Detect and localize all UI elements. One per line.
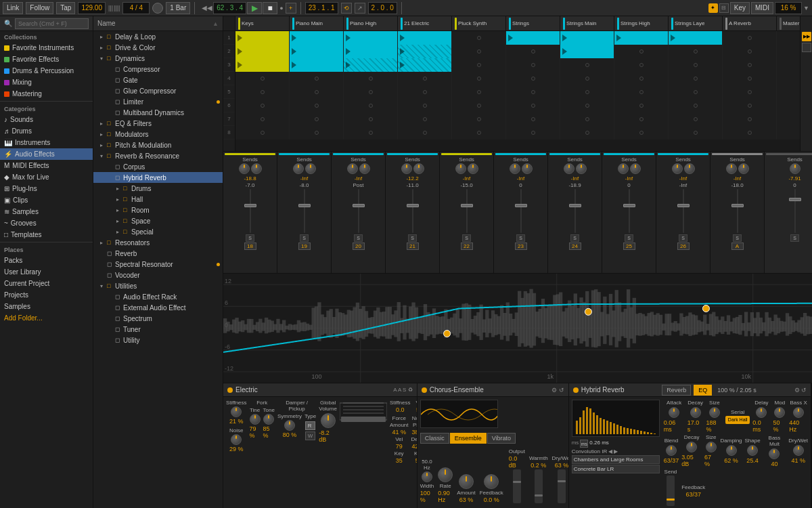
clip-cell[interactable] [777, 112, 800, 126]
clip-cell[interactable] [560, 99, 614, 112]
tree-item-spectral-resonator[interactable]: ◻Spectral Resonator [93, 259, 223, 270]
send-knob2-3[interactable] [413, 163, 424, 174]
sidebar-item-drums-percussion[interactable]: Drums & Percussion [0, 65, 93, 77]
solo-btn-9[interactable]: S [733, 234, 742, 242]
reverb-send-fader[interactable] [667, 475, 675, 506]
clip-cell[interactable] [452, 45, 506, 58]
clip-cell[interactable] [669, 31, 723, 45]
clip-cell[interactable] [614, 72, 669, 85]
clip-cell[interactable] [235, 58, 290, 72]
reverb-damping-knob[interactable] [726, 445, 737, 456]
reverb-size2-knob[interactable] [706, 442, 717, 452]
tree-item-reverb-&-resonance[interactable]: ▾□Reverb & Resonance [93, 150, 223, 161]
clip-cell[interactable] [723, 58, 777, 72]
solo-btn-7[interactable]: S [625, 234, 633, 242]
tree-item-dynamics[interactable]: ▾□Dynamics [93, 53, 223, 64]
tree-item-reverb[interactable]: ◻Reverb [93, 248, 223, 259]
clip-cell[interactable] [290, 112, 344, 126]
clip-cell[interactable] [560, 85, 614, 99]
track-header-piano-high[interactable]: Piano High [344, 16, 398, 30]
clip-cell[interactable] [777, 99, 800, 112]
clip-cell[interactable] [344, 45, 398, 58]
clip-cell[interactable] [506, 85, 560, 99]
sidebar-item-projects[interactable]: Projects [0, 289, 93, 301]
fader-8[interactable] [677, 204, 690, 207]
tree-item-hall[interactable]: ▸□Hall [93, 194, 223, 205]
stop-button[interactable]: ■ [263, 2, 277, 14]
chorus-amount-knob[interactable] [459, 474, 474, 489]
sidebar-item-plugins[interactable]: ⊞Plug-Ins [0, 183, 93, 194]
clip-cell[interactable] [669, 99, 723, 112]
tree-item-glue-compressor[interactable]: ◻Glue Compressor [93, 85, 223, 96]
clip-cell[interactable] [614, 126, 669, 140]
send-knob-6[interactable] [564, 163, 574, 174]
sidebar-item-drums[interactable]: ♬Drums [0, 125, 93, 137]
clip-cell[interactable] [452, 126, 506, 140]
solo-btn-6[interactable]: S [570, 234, 579, 242]
clip-cell[interactable] [235, 31, 290, 45]
noise-knob[interactable] [231, 434, 242, 445]
sidebar-item-sounds[interactable]: ♪Sounds [0, 114, 93, 125]
key-button[interactable]: Key [730, 2, 750, 14]
solo-btn-3[interactable]: S [408, 234, 417, 242]
clip-cell[interactable] [614, 45, 669, 58]
clip-cell[interactable] [560, 58, 614, 72]
track-header-strings[interactable]: Strings [506, 16, 560, 30]
send-knob-3[interactable] [401, 163, 412, 174]
track-header-keys[interactable]: Keys [235, 16, 290, 30]
clip-cell[interactable] [398, 31, 452, 45]
solo-btn-1[interactable]: S [300, 234, 309, 242]
track-header-pluck-synth[interactable]: Pluck Synth [452, 16, 506, 30]
clip-cell[interactable] [506, 99, 560, 112]
send-knob-0[interactable] [239, 163, 250, 174]
clip-cell[interactable] [290, 99, 344, 112]
clip-cell[interactable] [777, 72, 800, 85]
play-button[interactable]: ▶ [247, 2, 262, 14]
clip-cell[interactable] [398, 85, 452, 99]
sidebar-item-fav-effects[interactable]: Favorite Effects [0, 54, 93, 65]
send-knob-9[interactable] [726, 163, 737, 174]
output-fader[interactable] [513, 469, 521, 503]
global-vol-knob[interactable] [321, 413, 336, 428]
sidebar-item-mastering[interactable]: Mastering [0, 88, 93, 100]
send-knob2-4[interactable] [468, 163, 478, 174]
sidebar-item-audio-effects[interactable]: ⚡Audio Effects [0, 148, 93, 160]
reverb-bassx-knob[interactable] [793, 407, 804, 418]
clip-cell[interactable] [452, 99, 506, 112]
drywet-fader[interactable] [558, 469, 566, 503]
send-knob2-0[interactable] [251, 163, 262, 174]
clip-cell[interactable] [723, 99, 777, 112]
tree-item-resonators[interactable]: ▸□Resonators [93, 237, 223, 248]
tree-item-vocoder[interactable]: ◻Vocoder [93, 270, 223, 280]
clip-cell[interactable] [777, 31, 800, 45]
clip-cell[interactable] [506, 45, 560, 58]
end-pos-display[interactable]: 23 . 1 . 1 [305, 2, 338, 14]
tree-item-multiband-dynamics[interactable]: ◻Multiband Dynamics [93, 107, 223, 118]
clip-cell[interactable] [723, 72, 777, 85]
fader-2[interactable] [353, 204, 365, 207]
tree-item-modulators[interactable]: ▸□Modulators [93, 129, 223, 140]
fader-7[interactable] [623, 204, 635, 207]
zoom-display[interactable]: 16 % [775, 2, 802, 14]
sidebar-item-mixing[interactable]: Mixing [0, 77, 93, 88]
tree-item-spectrum[interactable]: ◻Spectrum [93, 313, 223, 324]
tree-item-delay-&-loop[interactable]: ▸□Delay & Loop [93, 31, 223, 42]
clip-cell[interactable] [777, 45, 800, 58]
chorus-rate-knob[interactable] [438, 467, 453, 482]
clip-cell[interactable] [235, 99, 290, 112]
sidebar-item-packs[interactable]: Packs [0, 255, 93, 266]
clip-cell[interactable] [560, 112, 614, 126]
clip-cell[interactable] [290, 126, 344, 140]
clip-cell[interactable] [777, 58, 800, 72]
chorus-classic-btn[interactable]: Classic [420, 433, 449, 444]
clip-cell[interactable] [614, 58, 669, 72]
clip-cell[interactable] [452, 72, 506, 85]
tree-item-compressor[interactable]: ◻Compressor [93, 64, 223, 75]
sidebar-item-grooves[interactable]: ~Grooves [0, 217, 93, 229]
solo-btn-8[interactable]: S [679, 234, 687, 242]
tree-item-pitch-&-modulation[interactable]: ▸□Pitch & Modulation [93, 140, 223, 150]
clip-cell[interactable] [669, 85, 723, 99]
tree-item-gate[interactable]: ◻Gate [93, 75, 223, 85]
reverb-bassmult-knob[interactable] [769, 448, 780, 459]
clip-cell[interactable] [723, 45, 777, 58]
